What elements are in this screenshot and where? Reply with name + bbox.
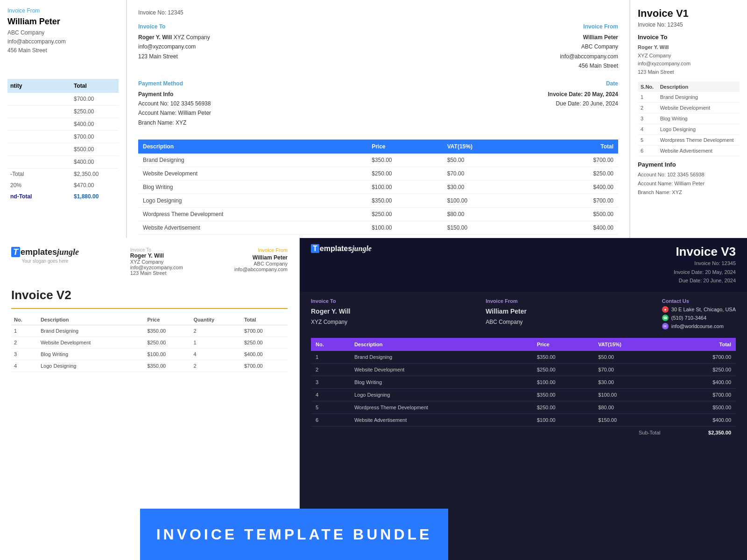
sender-name-left: William Peter bbox=[7, 17, 119, 27]
table-row: Blog Writing$100.00$30.00$400.00 bbox=[138, 181, 618, 194]
v2-table-row: 2Website Development$250.001$250.00 bbox=[11, 337, 288, 349]
top-row: Invoice From William Peter ABC Company i… bbox=[0, 0, 747, 238]
items-list-header: S.No. Description bbox=[638, 82, 740, 92]
v3-invoice-from: Invoice From William Peter ABC Company bbox=[486, 298, 527, 331]
payment-info: Payment Info Account No: 102 3345 56938 … bbox=[138, 90, 211, 128]
list-item: 4Logo Designing bbox=[638, 124, 740, 135]
v3-table-row: 4Logo Designing$350.00$100.00$700.00 bbox=[311, 389, 736, 401]
qty-header: ntity bbox=[10, 83, 74, 89]
v3-table-row: 6Website Advertisement$100.00$150.00$400… bbox=[311, 414, 736, 427]
v2-invoice-to-block: Invoice To Roger Y. Will XYZ Company inf… bbox=[130, 247, 183, 276]
invoice-header-row: Invoice To Roger Y. Will XYZ Company inf… bbox=[138, 23, 618, 71]
invoice-v2-title: Invoice V2 bbox=[11, 288, 288, 302]
th-price: Price bbox=[367, 140, 443, 154]
subtotal-row: Sub-Total $2,350.00 bbox=[138, 235, 618, 238]
panel-right: Invoice V1 Invoice No: 12345 Invoice To … bbox=[630, 0, 747, 238]
th-total: Total bbox=[531, 140, 618, 154]
list-item: 2Website Development bbox=[638, 103, 740, 113]
v3-meta: Invoice No: 12345 Invoice Date: 20 May, … bbox=[674, 259, 736, 285]
table-row: Brand Designing$350.00$50.00$700.00 bbox=[138, 154, 618, 167]
v3-table-header: No. Description Price VAT(15%) Total bbox=[311, 338, 736, 351]
v3-table-row: 3Blog Writing$100.00$30.00$400.00 bbox=[311, 376, 736, 389]
v3-contact: Contact Us ● 30 E Lake St, Chicago, USA … bbox=[662, 298, 736, 331]
list-item: 6Website Advertisement bbox=[638, 146, 740, 156]
payment-info-text-right: Account No: 102 3345 56938 Account Name:… bbox=[638, 170, 740, 196]
banner-overlay: INVOICE TEMPLATE BUNDLE bbox=[140, 509, 448, 560]
contact-email: ✉ info@worldcourse.com bbox=[662, 323, 736, 329]
table-row: $250.00 bbox=[7, 105, 119, 118]
v2-table-row: 1Brand Designing$350.002$700.00 bbox=[11, 325, 288, 337]
v3-title-block: Invoice V3 Invoice No: 12345 Invoice Dat… bbox=[674, 245, 736, 285]
center-invoice-no: Invoice No: 12345 bbox=[138, 9, 618, 16]
table-row: Logo Designing$350.00$100.00$700.00 bbox=[138, 194, 618, 208]
logo-slogan-v2: Your slogan goes here bbox=[22, 259, 69, 264]
payment-date-row: Payment Method Payment Info Account No: … bbox=[138, 80, 618, 133]
table-row: $700.00 bbox=[7, 93, 119, 105]
invoice-from-label-c: Invoice From bbox=[560, 23, 618, 30]
mail-icon: ✉ bbox=[662, 323, 669, 329]
sender-info-left: ABC Company info@abccompany.com 456 Main… bbox=[7, 28, 119, 56]
table-header-left: ntity Total bbox=[7, 79, 119, 93]
invoice-to-details: Roger Y. Will XYZ Company info@xyzcompan… bbox=[138, 33, 210, 61]
banner-text: INVOICE TEMPLATE BUNDLE bbox=[156, 526, 432, 543]
panel-center: Invoice No: 12345 Invoice To Roger Y. Wi… bbox=[127, 0, 629, 238]
invoice-from-label: Invoice From bbox=[7, 7, 119, 14]
table-row: Website Development$250.00$70.00$250.00 bbox=[138, 167, 618, 181]
v3-subtotal-row: Sub-Total $2,350.00 bbox=[311, 427, 736, 439]
phone-icon: ☎ bbox=[662, 315, 669, 321]
table-row: Website Advertisement$100.00$150.00$400.… bbox=[138, 221, 618, 235]
table-row: $400.00 bbox=[7, 156, 119, 168]
v2-items-table: No. Description Price Quantity Total 1Br… bbox=[11, 315, 288, 372]
invoice-to-section: Invoice To Roger Y. Will XYZ Company inf… bbox=[138, 23, 210, 71]
v2-table-row: 4Logo Designing$350.002$700.00 bbox=[11, 360, 288, 372]
v3-table-row: 5Wordpress Theme Development$250.00$80.0… bbox=[311, 401, 736, 414]
location-icon: ● bbox=[662, 306, 669, 313]
items-table: Description Price VAT(15%) Total Brand D… bbox=[138, 140, 618, 238]
grand-total-row: nd-Total $1,880.00 bbox=[7, 191, 119, 202]
v3-logo-area: Templatesjungle bbox=[311, 245, 372, 253]
total-header: Total bbox=[74, 83, 116, 89]
date-details: Invoice Date: 20 May, 2024 Due Date: 20 … bbox=[548, 90, 618, 109]
v3-title: Invoice V3 bbox=[674, 245, 736, 259]
th-desc: Description bbox=[138, 140, 367, 154]
logo-v3: Templatesjungle bbox=[311, 245, 372, 253]
list-item: 3Blog Writing bbox=[638, 113, 740, 124]
v2-table-row: 3Blog Writing$100.004$400.00 bbox=[11, 349, 288, 360]
logo-v2: Templatesjungle bbox=[11, 247, 79, 257]
invoice-from-section: Invoice From William Peter ABC Company i… bbox=[560, 23, 618, 71]
subtotal-row: -Total $2,350.00 bbox=[7, 168, 119, 180]
list-item: 1Brand Designing bbox=[638, 92, 740, 103]
th-vat: VAT(15%) bbox=[443, 140, 531, 154]
payment-section: Payment Method Payment Info Account No: … bbox=[138, 80, 211, 128]
items-table-header: Description Price VAT(15%) Total bbox=[138, 140, 618, 154]
table-row: $500.00 bbox=[7, 143, 119, 156]
invoice-to-label: Invoice To bbox=[138, 23, 210, 30]
invoice-to-right-label: Invoice To bbox=[638, 34, 740, 41]
v2-title-bar: Invoice V2 bbox=[0, 283, 299, 302]
table-row: Wordpress Theme Development$250.00$80.00… bbox=[138, 208, 618, 221]
contact-address: ● 30 E Lake St, Chicago, USA bbox=[662, 306, 736, 313]
v3-table-row: 1Brand Designing$350.00$50.00$700.00 bbox=[311, 351, 736, 364]
table-row: $700.00 bbox=[7, 131, 119, 143]
invoice-v1-title: Invoice V1 bbox=[638, 7, 740, 20]
bottom-row: Templatesjungle Your slogan goes here In… bbox=[0, 238, 747, 560]
v3-parties: Invoice To Roger Y. Will XYZ Company Inv… bbox=[300, 292, 747, 338]
v2-from-block: Invoice From William Peter ABC Company i… bbox=[234, 247, 288, 272]
date-section: Date Invoice Date: 20 May, 2024 Due Date… bbox=[548, 80, 618, 128]
table-row: $400.00 bbox=[7, 118, 119, 131]
payment-info-title-right: Payment Info bbox=[638, 161, 740, 168]
contact-phone: ☎ (510) 710-3464 bbox=[662, 315, 736, 321]
th-desc-r: Description bbox=[657, 82, 740, 92]
invoice-to-right-info: Roger Y. Will XYZ Company info@xyzcompan… bbox=[638, 43, 740, 76]
invoice-from-details: William Peter ABC Company info@abccompan… bbox=[560, 33, 618, 71]
logo-area-v2: Templatesjungle Your slogan goes here bbox=[11, 247, 79, 264]
discount-row: 20% $470.00 bbox=[7, 180, 119, 191]
th-sno: S.No. bbox=[638, 82, 657, 92]
invoice-no-right: Invoice No: 12345 bbox=[638, 21, 740, 28]
items-list-right: S.No. Description 1Brand Designing2Websi… bbox=[638, 82, 740, 156]
list-item: 5Wordpress Theme Development bbox=[638, 135, 740, 146]
v2-table-header: No. Description Price Quantity Total bbox=[11, 315, 288, 325]
v3-invoice-to: Invoice To Roger Y. Will XYZ Company bbox=[311, 298, 350, 331]
v2-divider bbox=[11, 308, 288, 309]
panel-bl-top: Templatesjungle Your slogan goes here In… bbox=[0, 238, 299, 283]
